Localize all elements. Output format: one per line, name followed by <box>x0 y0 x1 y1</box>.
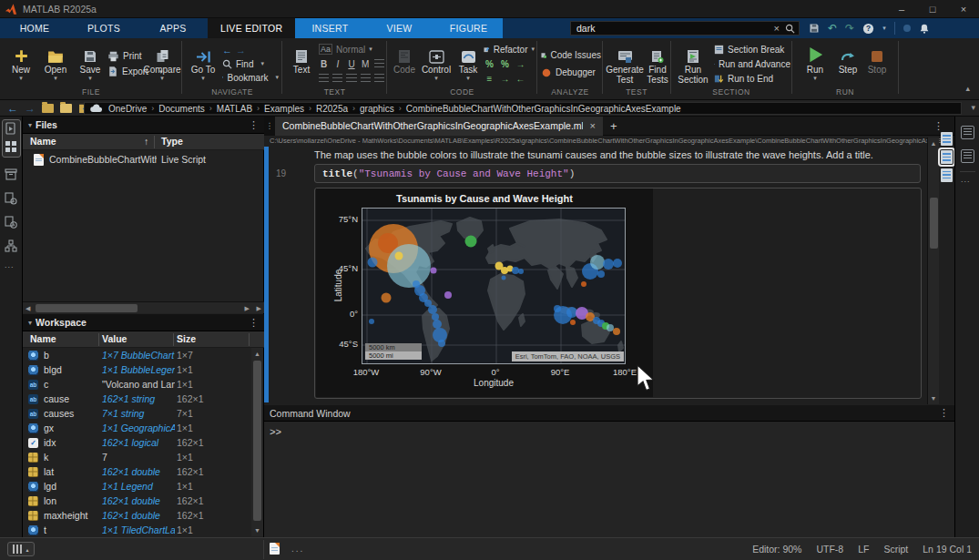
run-and-advance-button[interactable]: Run and Advance <box>714 57 790 70</box>
help-icon[interactable]: ? <box>862 23 874 35</box>
help-caret-icon[interactable]: ▾ <box>882 25 886 32</box>
ws-col-name[interactable]: Name <box>30 333 56 344</box>
editor-zoom[interactable]: Editor: 90% <box>752 544 801 555</box>
wrap-comment-icon[interactable]: → <box>515 59 526 69</box>
search-icon[interactable] <box>785 24 795 34</box>
collapse-ribbon-icon[interactable]: ▴ <box>965 84 970 93</box>
new-folder-icon[interactable] <box>42 104 54 113</box>
workspace-row[interactable]: blgd1×1 BubbleLegend1×1 <box>23 362 251 377</box>
encoding[interactable]: UTF-8 <box>816 544 843 555</box>
files-panel-header[interactable]: ▾ Files ⋮ <box>23 117 264 134</box>
back-icon[interactable]: ← <box>222 45 232 56</box>
account-icon[interactable] <box>903 25 911 32</box>
forward-icon[interactable]: → <box>236 45 246 56</box>
live-script-text[interactable]: The map uses the bubble colors to illust… <box>314 149 915 160</box>
scroll-down-icon[interactable]: ▼ <box>251 527 263 534</box>
search-clear-icon[interactable]: × <box>774 23 780 34</box>
command-window[interactable]: Command Window ⋮ >> <box>264 405 954 537</box>
class-diagram-icon[interactable] <box>5 239 17 252</box>
workspace-row[interactable]: gx1×1 GeographicA...1×1 <box>23 421 251 435</box>
debugger-button[interactable]: Debugger <box>541 66 601 79</box>
history-clock-icon[interactable] <box>5 216 17 229</box>
underline-button[interactable]: U <box>346 59 356 69</box>
sidebar-more-icon[interactable]: ... <box>5 260 15 270</box>
file-row[interactable]: CombineBubbleChartWithO... Live Script <box>23 152 264 167</box>
new-file-icon[interactable] <box>60 104 72 113</box>
uncomment-icon[interactable]: % <box>499 59 511 69</box>
workspace-row[interactable]: lat162×1 double162×1 <box>23 464 251 479</box>
breadcrumb-item[interactable]: CombineBubbleChartWithOtherGraphicsInGeo… <box>406 104 681 114</box>
workspace-vscrollbar[interactable]: ▲ ▼ <box>251 348 263 536</box>
layout-toggle-button[interactable]: ▴ <box>7 542 35 556</box>
workspace-row[interactable]: ✓idx162×1 logical162×1 <box>23 435 251 450</box>
code-line[interactable]: title("Tsunamis by Cause and Wave Height… <box>314 164 921 183</box>
command-window-header[interactable]: Command Window ⋮ <box>264 405 954 422</box>
task-button[interactable]: Task▾ <box>454 42 482 81</box>
undo-icon[interactable]: ↶ <box>828 22 837 35</box>
find-button[interactable]: Find ▾ <box>222 57 279 70</box>
scroll-up-icon[interactable]: ▲ <box>928 140 939 147</box>
scroll-thumb[interactable] <box>930 198 938 249</box>
comment-icon[interactable]: % <box>484 59 495 69</box>
ws-col-value[interactable]: Value <box>102 333 127 344</box>
scroll-up-icon[interactable]: ▲ <box>251 351 263 357</box>
workspace-panel-header[interactable]: ▾ Workspace ⋮ <box>23 314 264 331</box>
ribbon-tab-apps[interactable]: APPS <box>138 18 208 38</box>
workspace-row[interactable]: t1×1 TiledChartLay...1×1 <box>23 523 251 537</box>
ribbon-tab-home[interactable]: HOME <box>0 18 69 38</box>
format-extra-icon[interactable] <box>374 59 384 69</box>
new-button[interactable]: New▾ <box>5 42 36 81</box>
workspace-column-header[interactable]: Name Value Size <box>23 331 264 348</box>
bookmark-button[interactable]: Bookmark ▾ <box>222 71 279 84</box>
ribbon-tab-plots[interactable]: PLOTS <box>69 18 138 38</box>
align-left-icon[interactable] <box>346 74 356 84</box>
files-col-type[interactable]: Type <box>161 136 183 147</box>
file-type[interactable]: Script <box>883 544 908 555</box>
workspace-row[interactable]: maxheight162×1 double162×1 <box>23 508 251 523</box>
breadcrumb-caret-icon[interactable]: ▾ <box>971 103 975 112</box>
breadcrumb[interactable]: OneDrive›Documents›MATLAB›Examples›R2025… <box>84 102 962 115</box>
redo-icon[interactable]: ↷ <box>845 22 854 35</box>
smart-indent-icon[interactable]: ≡ <box>484 74 495 84</box>
find-tests-button[interactable]: Find Tests <box>645 42 670 85</box>
workspace-row[interactable]: abc"Volcano and Lan...1×1 <box>23 377 251 392</box>
bold-button[interactable]: B <box>319 59 329 69</box>
close-icon[interactable]: × <box>948 0 979 18</box>
workspace-row[interactable]: b1×7 BubbleChart1×7 <box>23 348 251 362</box>
statusbar-file-icon[interactable] <box>270 543 280 555</box>
goto-button[interactable]: Go To▾ <box>188 42 219 81</box>
workspace-row[interactable]: k71×1 <box>23 450 251 464</box>
stop-button[interactable]: Stop <box>863 42 891 75</box>
ribbon-tab-live-editor[interactable]: LIVE EDITOR <box>208 18 295 38</box>
editor-tab[interactable]: CombineBubbleChartWithOtherGraphicsInGeo… <box>275 117 603 136</box>
minimize-icon[interactable]: – <box>886 0 917 18</box>
right-more-icon[interactable]: ... <box>961 175 971 184</box>
ribbon-tab-figure[interactable]: FIGURE <box>433 18 503 38</box>
run-section-button[interactable]: Run Section <box>676 42 710 85</box>
indent-left-icon[interactable]: ← <box>515 74 526 84</box>
align-right-icon[interactable] <box>374 74 384 84</box>
archive-box-icon[interactable] <box>5 168 17 180</box>
output-inline-icon[interactable] <box>941 132 953 146</box>
files-menu-icon[interactable]: ⋮ <box>249 119 259 131</box>
editor-content[interactable]: 19 The map uses the bubble colors to ill… <box>264 147 954 405</box>
run-button[interactable]: Run▾ <box>800 42 831 81</box>
files-col-name[interactable]: Name <box>30 136 56 147</box>
save-button[interactable]: Save▾ <box>75 42 106 81</box>
panel-compare-icon[interactable] <box>961 149 974 163</box>
workspace-menu-icon[interactable]: ⋮ <box>249 317 259 329</box>
ribbon-tab-insert[interactable]: INSERT <box>295 18 364 38</box>
collapse-chevron-icon[interactable]: ▾ <box>28 121 32 129</box>
generate-test-button[interactable]: Generate Test <box>607 42 643 85</box>
tab-close-icon[interactable]: × <box>590 120 596 131</box>
new-tab-icon[interactable]: + <box>610 119 617 133</box>
breadcrumb-item[interactable]: Examples <box>264 104 304 114</box>
step-button[interactable]: Step <box>834 42 862 75</box>
refactor-button[interactable]: Refactor ▾ <box>484 43 535 56</box>
code-issues-button[interactable]: Code Issues <box>541 49 601 62</box>
breadcrumb-item[interactable]: MATLAB <box>217 104 252 114</box>
section-break-button[interactable]: Section Break <box>714 43 790 56</box>
geographic-axes[interactable]: 5000 km 5000 mi Esri, TomTom, FAO, NOAA,… <box>362 208 626 364</box>
breadcrumb-item[interactable]: R2025a <box>316 104 348 114</box>
open-button[interactable]: Open▾ <box>40 42 71 81</box>
